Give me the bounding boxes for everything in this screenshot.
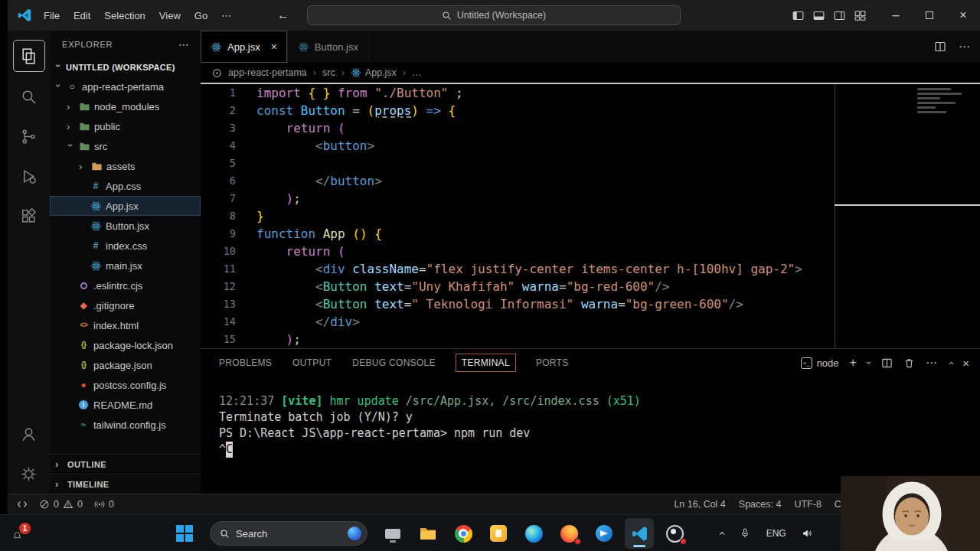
toggle-sidebar-icon[interactable]	[792, 9, 805, 22]
tree-item-package-lock.json[interactable]: {}package-lock.json	[50, 335, 201, 355]
tree-item-src[interactable]: ›src	[50, 136, 201, 156]
breadcrumb-src[interactable]: src	[322, 67, 335, 78]
menu-selection[interactable]: Selection	[97, 6, 152, 25]
terminal-line-3: PS D:\React JS\app-react-pertama> npm ru…	[219, 425, 980, 442]
start-button[interactable]	[170, 518, 199, 549]
minimap[interactable]	[917, 88, 968, 113]
panel-tab-terminal[interactable]: TERMINAL	[456, 354, 515, 371]
eslint-file-icon	[77, 279, 90, 292]
workspace-section-header[interactable]: › UNTITLED (WORKSPACE)	[50, 57, 201, 77]
menu-edit[interactable]: Edit	[67, 6, 97, 25]
kill-terminal-icon[interactable]	[903, 357, 915, 369]
obs-recording-badge	[680, 538, 687, 545]
explorer-tree: ›○app-react-pertama›node_modules›public›…	[50, 77, 201, 453]
tree-item-package.json[interactable]: {}package.json	[50, 355, 201, 375]
tree-item-Button.jsx[interactable]: Button.jsx	[50, 216, 201, 236]
minimize-button[interactable]: –	[879, 0, 913, 31]
account-icon[interactable]	[11, 414, 47, 454]
close-panel-icon[interactable]: ×	[962, 357, 969, 370]
remote-indicator-icon[interactable]	[17, 499, 28, 510]
tree-item-App.jsx[interactable]: App.jsx	[50, 196, 201, 216]
menu-view[interactable]: View	[152, 6, 188, 25]
taskbar-search-box[interactable]: Search	[210, 521, 368, 546]
breadcrumb-app-react-pertama[interactable]: app-react-pertama	[228, 67, 307, 78]
activity-extensions-icon[interactable]	[11, 196, 47, 236]
panel-tab-problems[interactable]: PROBLEMS	[219, 357, 272, 368]
back-arrow-icon[interactable]: ←	[277, 8, 289, 22]
launch-profile[interactable]: >_ node	[801, 357, 839, 369]
tree-item-tailwind.config.js[interactable]: ≈tailwind.config.js	[50, 415, 201, 435]
maximize-panel-icon[interactable]: ›	[945, 361, 956, 364]
tree-item-README.md[interactable]: iREADME.md	[50, 395, 201, 415]
yellow-app-icon[interactable]	[484, 518, 513, 549]
editor-area: App.jsx×Button.jsx ⋯ app-react-pertama›s…	[201, 31, 980, 494]
chrome-icon[interactable]	[449, 518, 478, 549]
activity-explorer-icon[interactable]	[13, 40, 45, 72]
tab-Button.jsx[interactable]: Button.jsx	[288, 31, 369, 63]
breadcrumb-…[interactable]: …	[412, 67, 422, 78]
code-line-8: 8}	[201, 207, 980, 225]
activity-run-debug-icon[interactable]	[11, 156, 47, 196]
menu-⋯[interactable]: ⋯	[214, 6, 238, 25]
info-file-icon: i	[77, 399, 90, 411]
section-timeline[interactable]: ›TIMELINE	[50, 474, 201, 494]
code-line-13: 13 <Button text=" Teknologi Informasi" w…	[201, 295, 980, 313]
terminal-dropdown-icon[interactable]: ›	[864, 361, 874, 364]
customize-layout-icon[interactable]	[854, 9, 867, 22]
status-spaces-4[interactable]: Spaces: 4	[739, 499, 782, 510]
tree-item-.eslintrc.cjs[interactable]: .eslintrc.cjs	[50, 276, 201, 295]
tree-item-index.html[interactable]: <>index.html	[50, 315, 201, 335]
status-ln-16-col-4[interactable]: Ln 16, Col 4	[674, 499, 725, 510]
monitor-app-icon[interactable]	[378, 518, 407, 549]
editor-actions-more-icon[interactable]: ⋯	[959, 40, 971, 54]
panel-more-icon[interactable]: ⋯	[926, 356, 938, 370]
tray-expand-icon[interactable]: ›	[715, 532, 727, 536]
code-editor[interactable]: 1import { } from "./Button" ;2const Butt…	[201, 84, 980, 348]
tree-item-main.jsx[interactable]: main.jsx	[50, 256, 201, 276]
status-utf-8[interactable]: UTF-8	[794, 499, 821, 510]
problems-status[interactable]: 0 0	[39, 499, 83, 510]
menu-file[interactable]: File	[37, 6, 67, 25]
tree-item-public[interactable]: ›public	[50, 116, 201, 136]
panel-tab-output[interactable]: OUTPUT	[292, 357, 332, 368]
obs-icon[interactable]	[660, 518, 689, 549]
panel-tab-debug-console[interactable]: DEBUG CONSOLE	[352, 357, 436, 368]
split-editor-icon[interactable]	[934, 41, 946, 53]
activity-search-icon[interactable]	[11, 77, 47, 116]
maximize-button[interactable]	[913, 0, 946, 31]
volume-icon[interactable]	[802, 527, 814, 540]
activity-source-control-icon[interactable]	[11, 116, 47, 156]
code-line-15: 15 );	[201, 331, 980, 348]
new-terminal-icon[interactable]: +	[850, 356, 857, 370]
ports-status[interactable]: 0	[94, 499, 114, 510]
toggle-secondary-sidebar-icon[interactable]	[833, 9, 846, 22]
command-center-search[interactable]: Untitled (Workspace)	[307, 5, 681, 25]
tree-item-App.css[interactable]: #App.css	[50, 176, 201, 196]
panel-tab-ports[interactable]: PORTS	[536, 357, 569, 368]
tab-App.jsx[interactable]: App.jsx×	[201, 31, 288, 63]
blue-app-icon[interactable]	[590, 518, 619, 549]
active-app-indicator	[633, 545, 645, 547]
menu-go[interactable]: Go	[188, 6, 214, 25]
breadcrumb-App.jsx[interactable]: App.jsx	[351, 67, 397, 78]
settings-gear-icon[interactable]	[11, 454, 47, 494]
split-terminal-icon[interactable]	[881, 357, 893, 369]
tree-item-.gitignore[interactable]: ◆.gitignore	[50, 295, 201, 315]
file-explorer-icon[interactable]	[413, 518, 443, 549]
explorer-more-icon[interactable]: ⋯	[178, 38, 190, 51]
html-file-icon: <>	[77, 319, 90, 331]
tree-item-node_modules[interactable]: ›node_modules	[50, 96, 201, 116]
vscode-taskbar-icon[interactable]	[625, 518, 654, 549]
language-indicator[interactable]: ENG	[766, 528, 786, 539]
tree-item-assets[interactable]: ›assets	[50, 156, 201, 176]
browser-app-icon[interactable]	[519, 518, 548, 549]
tree-item-app-react-pertama[interactable]: ›○app-react-pertama	[50, 77, 201, 96]
close-tab-icon[interactable]: ×	[271, 41, 277, 53]
tree-item-postcss.config.js[interactable]: ●postcss.config.js	[50, 375, 201, 395]
close-window-button[interactable]: ×	[946, 0, 980, 31]
firefox-icon[interactable]	[554, 518, 583, 549]
microphone-icon[interactable]	[739, 527, 751, 540]
tree-item-index.css[interactable]: #index.css	[50, 236, 201, 256]
toggle-panel-icon[interactable]	[812, 9, 825, 22]
section-outline[interactable]: ›OUTLINE	[50, 454, 201, 474]
